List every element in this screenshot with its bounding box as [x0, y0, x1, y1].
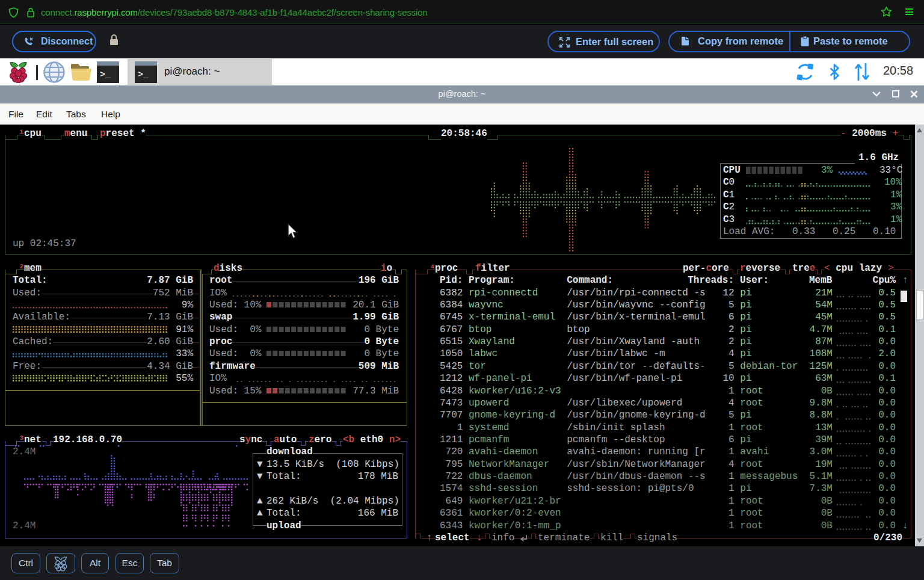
svg-text:>_: >_: [100, 70, 111, 80]
svg-text:>_: >_: [138, 70, 149, 80]
